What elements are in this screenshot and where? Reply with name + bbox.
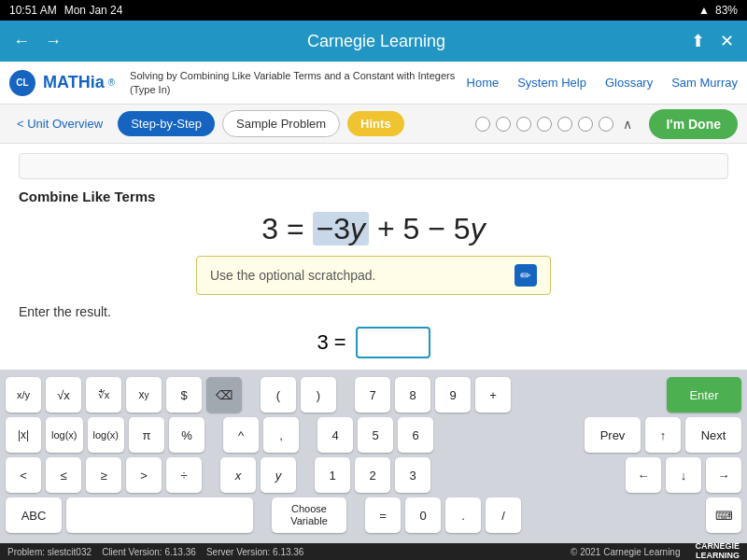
scratchpad-box: Use the optional scratchpad. ✏ [196, 256, 551, 295]
footer-right: © 2021 Carnegie Learning CARNEGIELEARNIN… [571, 542, 740, 560]
keyboard-row-3: < ≤ ≥ > ÷ x y 1 2 3 ← ↓ → [6, 457, 741, 493]
content-area: Combine Like Terms 3 = −3y + 5 − 5y Use … [0, 144, 747, 371]
key-gte[interactable]: ≥ [86, 457, 121, 493]
section-label: Combine Like Terms [19, 189, 728, 204]
result-input[interactable] [356, 327, 430, 358]
key-fraction[interactable]: x/y [6, 377, 41, 413]
keyboard-row-1: x/y √x ∜x xy $ ⌫ ( ) 7 8 9 + Enter [6, 377, 741, 413]
key-prev[interactable]: Prev [585, 417, 641, 453]
key-6[interactable]: 6 [398, 417, 433, 453]
keyboard-row-2: |x| log(x) log(x) π % ^ , 4 5 6 Prev ↑ N… [6, 417, 741, 453]
key-9[interactable]: 9 [435, 377, 471, 413]
back-button[interactable]: ← [13, 32, 30, 51]
progress-circle-6 [578, 117, 593, 132]
key-keyboard-toggle[interactable]: ⌨ [706, 497, 741, 533]
share-button[interactable]: ⬆ [691, 31, 705, 51]
glossary-link[interactable]: Glossary [605, 76, 653, 90]
battery-display: 83% [715, 4, 738, 17]
key-enter[interactable]: Enter [667, 377, 741, 413]
key-arrow-right[interactable]: → [706, 457, 741, 493]
key-arrow-left[interactable]: ← [626, 457, 661, 493]
key-lt[interactable]: < [6, 457, 41, 493]
date-display: Mon Jan 24 [64, 4, 123, 17]
home-link[interactable]: Home [467, 76, 500, 90]
key-next[interactable]: Next [685, 417, 741, 453]
key-pi[interactable]: π [129, 417, 164, 453]
key-percent[interactable]: % [169, 417, 204, 453]
progress-circle-2 [496, 117, 511, 132]
scratchpad-button[interactable]: ✏ [514, 264, 537, 287]
result-row: 3 = [19, 327, 728, 358]
key-space[interactable] [66, 497, 253, 533]
key-1[interactable]: 1 [315, 457, 350, 493]
progress-circles: ∧ [475, 117, 632, 132]
key-0[interactable]: 0 [405, 497, 441, 533]
key-backspace[interactable]: ⌫ [206, 377, 242, 413]
footer: Problem: slestcit032 Client Version: 6.1… [0, 543, 747, 560]
key-nthroot[interactable]: ∜x [86, 377, 121, 413]
nav-links: Home System Help Glossary Sam Murray [467, 76, 738, 90]
mathia-reg: ® [108, 77, 115, 88]
key-lte[interactable]: ≤ [46, 457, 81, 493]
lesson-title: Solving by Combining Like Variable Terms… [130, 69, 466, 96]
key-4[interactable]: 4 [317, 417, 353, 453]
key-log[interactable]: log(x) [46, 417, 83, 453]
footer-info: Problem: slestcit032 Client Version: 6.1… [7, 547, 303, 557]
key-7[interactable]: 7 [355, 377, 390, 413]
equation-left: 3 = [317, 330, 345, 355]
key-lparen[interactable]: ( [261, 377, 296, 413]
keyboard-row-4: ABC ChooseVariable = 0 . / ⌨ [6, 497, 741, 533]
action-icons: ⬆ ✕ [691, 31, 734, 51]
equation-display: 3 = −3y + 5 − 5y [19, 212, 728, 246]
progress-circle-4 [537, 117, 552, 132]
close-button[interactable]: ✕ [720, 31, 734, 51]
user-menu[interactable]: Sam Murray [671, 76, 738, 90]
key-sqrt[interactable]: √x [46, 377, 81, 413]
key-dollar[interactable]: $ [166, 377, 202, 413]
key-2[interactable]: 2 [355, 457, 390, 493]
done-button[interactable]: I'm Done [649, 109, 738, 139]
mathia-brand: MATHia [43, 73, 105, 92]
key-3[interactable]: 3 [395, 457, 430, 493]
progress-circle-3 [516, 117, 531, 132]
key-comma[interactable]: , [263, 417, 299, 453]
equation-highlight: −3y [313, 212, 369, 245]
key-log2[interactable]: log(x) [88, 417, 125, 453]
status-bar: 10:51 AM Mon Jan 24 ▲ 83% [0, 0, 747, 21]
key-8[interactable]: 8 [395, 377, 430, 413]
forward-button[interactable]: → [45, 32, 62, 51]
carnegie-learning-logo: CARNEGIELEARNING [695, 542, 740, 560]
step-by-step-button[interactable]: Step-by-Step [118, 111, 215, 136]
hints-button[interactable]: Hints [347, 111, 404, 136]
toolbar: < Unit Overview Step-by-Step Sample Prob… [0, 105, 747, 144]
unit-overview-button[interactable]: < Unit Overview [9, 113, 110, 134]
system-help-link[interactable]: System Help [517, 76, 586, 90]
key-x-var[interactable]: x [220, 457, 256, 493]
time-display: 10:51 AM [9, 4, 57, 17]
key-choose-variable[interactable]: ChooseVariable [272, 497, 346, 533]
key-5[interactable]: 5 [358, 417, 393, 453]
key-plus[interactable]: + [475, 377, 511, 413]
key-divide[interactable]: ÷ [166, 457, 202, 493]
key-equals[interactable]: = [365, 497, 401, 533]
key-y-var[interactable]: y [261, 457, 296, 493]
key-exponent[interactable]: xy [126, 377, 162, 413]
virtual-keyboard: x/y √x ∜x xy $ ⌫ ( ) 7 8 9 + Enter |x| l… [0, 370, 747, 543]
key-slash[interactable]: / [486, 497, 521, 533]
key-arrow-down[interactable]: ↓ [666, 457, 701, 493]
key-abs[interactable]: |x| [6, 417, 41, 453]
progress-circle-5 [557, 117, 572, 132]
key-caret[interactable]: ^ [223, 417, 259, 453]
scratchpad-text: Use the optional scratchpad. [210, 268, 375, 283]
chevron-up-icon[interactable]: ∧ [623, 117, 632, 132]
key-decimal[interactable]: . [445, 497, 481, 533]
key-abc[interactable]: ABC [6, 497, 62, 533]
nav-icons: ← → [13, 32, 62, 51]
key-rparen[interactable]: ) [301, 377, 336, 413]
progress-circle-1 [475, 117, 490, 132]
copyright: © 2021 Carnegie Learning [571, 547, 680, 557]
key-gt[interactable]: > [126, 457, 162, 493]
sample-problem-button[interactable]: Sample Problem [222, 110, 340, 137]
server-version: Server Version: 6.13.36 [206, 547, 304, 557]
key-up[interactable]: ↑ [645, 417, 681, 453]
